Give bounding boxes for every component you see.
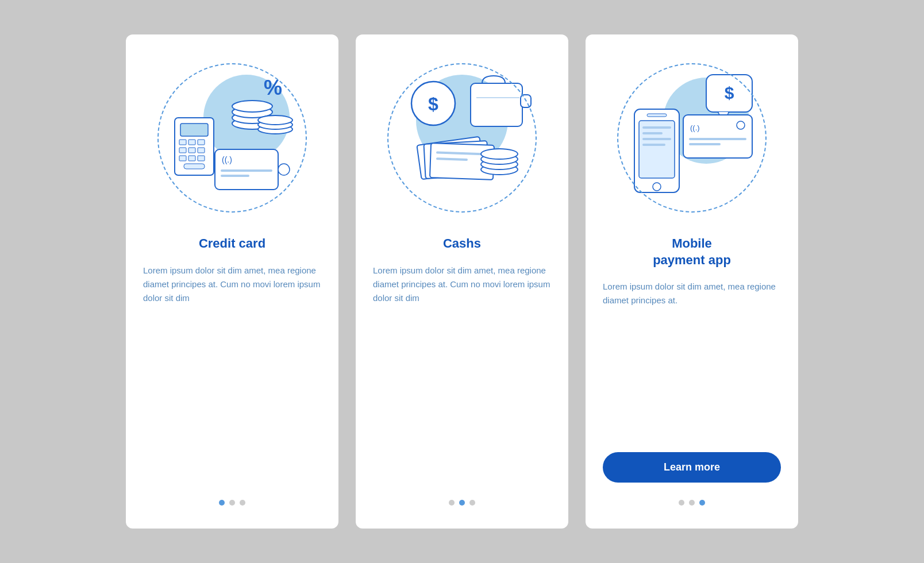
mobile-payment-illustration: $ ((.) — [611, 57, 772, 218]
dot-2 — [689, 500, 695, 506]
cards-container: % — [126, 34, 798, 529]
mobile-payment-card: $ ((.) — [586, 34, 798, 529]
cashs-title: Cashs — [443, 236, 481, 252]
dot-1 — [449, 500, 455, 506]
credit-card-dots — [219, 500, 245, 506]
dashed-circle-1 — [157, 63, 307, 213]
credit-card-card: % — [126, 34, 338, 529]
credit-card-title: Credit card — [199, 236, 265, 252]
credit-card-description: Lorem ipsum dolor sit dim amet, mea regi… — [143, 264, 321, 485]
cashs-illustration: $ — [382, 57, 542, 218]
mobile-payment-description: Lorem ipsum dolor sit dim amet, mea regi… — [603, 280, 781, 444]
dashed-circle-2 — [387, 63, 537, 213]
learn-more-button[interactable]: Learn more — [603, 452, 781, 483]
dot-1 — [219, 500, 225, 506]
credit-card-illustration: % — [152, 57, 313, 218]
dot-2 — [459, 500, 465, 506]
dot-3 — [699, 500, 705, 506]
dot-3 — [240, 500, 245, 506]
dot-1 — [679, 500, 684, 506]
dashed-circle-3 — [617, 63, 767, 213]
dot-2 — [229, 500, 235, 506]
dot-3 — [469, 500, 475, 506]
cashs-description: Lorem ipsum dolor sit dim amet, mea regi… — [373, 264, 551, 485]
cashs-dots — [449, 500, 475, 506]
mobile-payment-title: Mobilepayment app — [653, 236, 731, 268]
mobile-payment-dots — [679, 500, 705, 506]
cashs-card: $ — [356, 34, 568, 529]
